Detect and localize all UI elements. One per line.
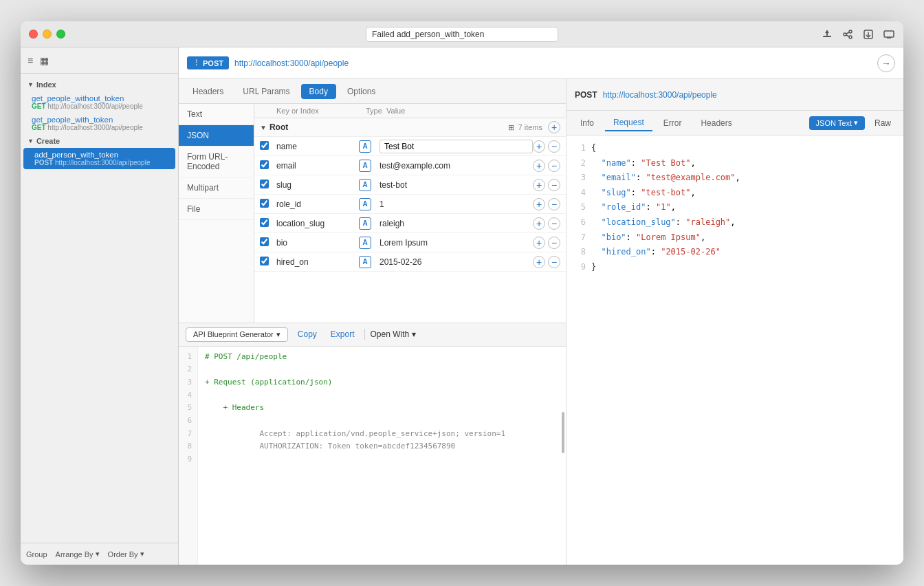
remove-field-slug-button[interactable]: − bbox=[548, 179, 560, 191]
response-tab-bar: Info Request Error Headers JSON Text ▾ R… bbox=[566, 111, 903, 135]
raw-button[interactable]: Raw bbox=[868, 116, 898, 130]
resp-tab-request[interactable]: Request bbox=[605, 115, 652, 131]
field-check-slug[interactable] bbox=[260, 180, 276, 191]
svg-rect-9 bbox=[884, 31, 894, 37]
body-type-text[interactable]: Text bbox=[179, 104, 254, 125]
item-url-text-2: http://localhost:3000/api/people bbox=[47, 124, 142, 131]
send-button[interactable]: → bbox=[877, 54, 895, 72]
field-type-bio[interactable]: A bbox=[359, 237, 380, 249]
sidebar-section-index[interactable]: ▼ Index bbox=[21, 78, 178, 91]
export-icon[interactable] bbox=[821, 28, 833, 41]
field-type-hired-on[interactable]: A bbox=[359, 256, 380, 268]
url-input[interactable] bbox=[234, 54, 872, 73]
field-check-hired-on[interactable] bbox=[260, 257, 276, 268]
add-field-hired-on-button[interactable]: + bbox=[533, 256, 545, 268]
svg-point-3 bbox=[844, 33, 846, 36]
type-badge-email[interactable]: A bbox=[359, 160, 371, 172]
field-type-location-slug[interactable]: A bbox=[359, 217, 380, 230]
svg-point-2 bbox=[849, 30, 852, 33]
field-type-name[interactable]: A bbox=[359, 140, 380, 153]
type-badge-name[interactable]: A bbox=[359, 140, 371, 153]
root-row: ▼ Root ⊞ 7 items + bbox=[254, 118, 566, 137]
remove-field-hired-on-button[interactable]: − bbox=[548, 256, 560, 268]
remove-field-email-button[interactable]: − bbox=[548, 160, 560, 172]
field-check-email[interactable] bbox=[260, 160, 276, 171]
add-field-name-button[interactable]: + bbox=[533, 140, 545, 153]
type-badge-location-slug[interactable]: A bbox=[359, 217, 371, 230]
add-field-location-slug-button[interactable]: + bbox=[533, 217, 545, 230]
export-button[interactable]: Export bbox=[327, 328, 359, 340]
sidebar-item-get-people-with-token[interactable]: get_people_with_token GET http://localho… bbox=[21, 113, 178, 134]
tab-url-params[interactable]: URL Params bbox=[234, 84, 298, 99]
copy-button[interactable]: Copy bbox=[294, 328, 321, 340]
group-button[interactable]: Group bbox=[26, 550, 47, 558]
body-type-multipart[interactable]: Multipart bbox=[179, 177, 254, 199]
field-check-location-slug[interactable] bbox=[260, 218, 276, 229]
tab-options[interactable]: Options bbox=[339, 84, 384, 99]
tab-headers[interactable]: Headers bbox=[184, 84, 232, 99]
body-type-file[interactable]: File bbox=[179, 199, 254, 220]
import-icon[interactable] bbox=[862, 28, 874, 41]
item-url-1: GET http://localhost:3000/api/people bbox=[32, 102, 171, 110]
field-key-name: name bbox=[276, 142, 359, 151]
sidebar-section-create[interactable]: ▼ Create bbox=[21, 134, 178, 148]
type-badge-role-id[interactable]: A bbox=[359, 198, 371, 210]
share-icon[interactable] bbox=[842, 28, 854, 41]
remove-field-role-id-button[interactable]: − bbox=[548, 198, 560, 210]
json-text-button[interactable]: JSON Text ▾ bbox=[809, 116, 865, 130]
field-check-role-id[interactable] bbox=[260, 199, 276, 210]
open-with-button[interactable]: Open With ▾ bbox=[371, 329, 417, 339]
field-type-slug[interactable]: A bbox=[359, 179, 380, 191]
field-check-bio[interactable] bbox=[260, 237, 276, 248]
split-pane: Headers URL Params Body Options Text JSO… bbox=[179, 79, 903, 565]
arrange-by-button[interactable]: Arrange By ▾ bbox=[56, 550, 100, 558]
resp-tab-error[interactable]: Error bbox=[655, 116, 690, 131]
json-text-2: "name": "Test Bot", bbox=[591, 156, 696, 171]
code-preview: 1 2 3 4 5 6 7 8 9 # POST / bbox=[179, 346, 566, 565]
type-badge-bio[interactable]: A bbox=[359, 237, 371, 249]
type-badge-hired-on[interactable]: A bbox=[359, 256, 371, 268]
add-field-slug-button[interactable]: + bbox=[533, 179, 545, 191]
body-type-json[interactable]: JSON bbox=[179, 125, 254, 146]
add-field-role-id-button[interactable]: + bbox=[533, 198, 545, 210]
code-content: # POST /api/people + Request (applicatio… bbox=[198, 347, 566, 565]
main-panel: ⋮ POST → Headers URL Params Body Options bbox=[179, 47, 903, 565]
json-text-8: "hired_on": "2015-02-26" bbox=[591, 245, 720, 260]
title-input[interactable] bbox=[366, 27, 558, 42]
maximize-button[interactable] bbox=[56, 30, 65, 39]
field-type-email[interactable]: A bbox=[359, 160, 380, 172]
method-badge[interactable]: ⋮ POST bbox=[187, 56, 229, 69]
field-type-role-id[interactable]: A bbox=[359, 198, 380, 210]
field-value-bio: Lorem Ipsum bbox=[380, 238, 533, 248]
remove-field-location-slug-button[interactable]: − bbox=[548, 217, 560, 230]
remove-field-name-button[interactable]: − bbox=[548, 140, 560, 153]
tab-body[interactable]: Body bbox=[301, 84, 336, 99]
type-badge-slug[interactable]: A bbox=[359, 179, 371, 191]
root-arrow[interactable]: ▼ bbox=[260, 124, 267, 131]
remove-field-bio-button[interactable]: − bbox=[548, 237, 560, 249]
api-blueprint-generator-button[interactable]: API Blueprint Generator ▾ bbox=[186, 327, 288, 342]
resp-tab-headers[interactable]: Headers bbox=[692, 116, 740, 131]
json-lineno-8: 8 bbox=[575, 245, 586, 260]
table-row: slug A test-bot + − bbox=[254, 175, 566, 195]
minimize-button[interactable] bbox=[43, 30, 52, 39]
grid-icon[interactable]: ▦ bbox=[40, 55, 49, 66]
order-by-button[interactable]: Order By ▾ bbox=[108, 550, 144, 558]
screen-icon[interactable] bbox=[883, 28, 895, 41]
resp-tab-info[interactable]: Info bbox=[572, 116, 602, 131]
field-check-name[interactable] bbox=[260, 141, 276, 152]
json-lineno-4: 4 bbox=[575, 186, 586, 201]
add-root-field-button[interactable]: + bbox=[548, 121, 560, 133]
close-button[interactable] bbox=[29, 30, 38, 39]
add-field-email-button[interactable]: + bbox=[533, 160, 545, 172]
json-line-1: 1 { bbox=[575, 141, 895, 156]
field-value-name[interactable] bbox=[380, 140, 533, 153]
sidebar-item-add-person-with-token[interactable]: add_person_with_token POST http://localh… bbox=[23, 148, 175, 169]
add-field-bio-button[interactable]: + bbox=[533, 237, 545, 249]
svg-line-5 bbox=[846, 32, 849, 34]
sidebar-item-get-people-without-token[interactable]: get_people_without_token GET http://loca… bbox=[21, 91, 178, 113]
body-type-form-url-encoded[interactable]: Form URL-Encoded bbox=[179, 146, 254, 177]
scroll-indicator[interactable] bbox=[562, 412, 564, 453]
list-icon[interactable]: ≡ bbox=[28, 55, 33, 66]
json-text-3: "email": "test@example.com", bbox=[591, 171, 740, 186]
